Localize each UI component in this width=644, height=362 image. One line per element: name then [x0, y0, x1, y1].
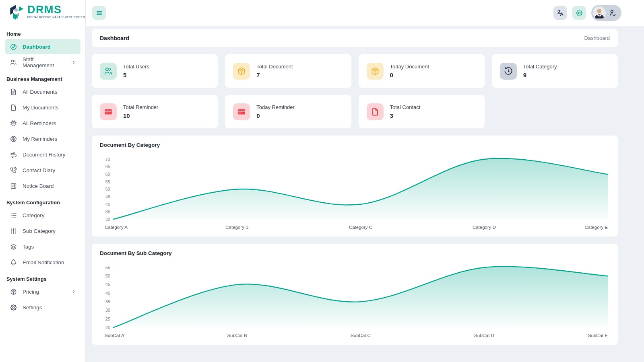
sidebar-item-all-documents[interactable]: All Documents [5, 84, 80, 99]
stat-label: Today Document [390, 64, 429, 70]
stat-label: Total Category [523, 64, 557, 70]
y-tick-label: 55 [105, 179, 110, 184]
y-tick-label: 50 [105, 274, 110, 278]
y-tick-label: 25 [105, 317, 110, 321]
avatar [593, 6, 606, 19]
package-icon [10, 288, 17, 296]
sidebar-item-label: Staff Management [23, 56, 66, 68]
translate-icon [557, 9, 564, 17]
menu-toggle-button[interactable] [92, 6, 106, 20]
x-axis-label: SubCat D [474, 333, 494, 338]
sidebar-item-dashboard[interactable]: Dashboard [5, 39, 80, 54]
sidebar-item-label: All Documents [23, 89, 57, 95]
sidebar-item-label: Settings [23, 304, 42, 311]
sidebar-item-email-notification[interactable]: Email Notification [5, 255, 80, 270]
nav-section-label: System Configuration [6, 200, 79, 206]
sidebar-item-label: Notice Board [23, 183, 54, 189]
sidebar-item-category[interactable]: Category [5, 208, 80, 223]
breadcrumb[interactable]: Dashboard [584, 35, 610, 41]
sliders-icon [10, 227, 17, 235]
chevron-right-icon [71, 289, 76, 294]
stat-value: 3 [390, 112, 421, 119]
stat-icon-tile [233, 63, 250, 80]
x-axis-label: SubCat B [227, 333, 247, 338]
logo-mark-icon [7, 4, 25, 23]
stats-grid: Total Users5Total Document7Today Documen… [92, 54, 618, 128]
sidebar-item-label: All Reminders [23, 120, 56, 126]
stat-card-total-document: Total Document7 [225, 54, 351, 88]
y-tick-label: 45 [105, 194, 110, 199]
stat-card-total-contact: Total Contact3 [359, 95, 485, 128]
sidebar-item-label: Document History [23, 152, 65, 158]
subcategory-area-chart: 5550454035302520SubCat ASubCat BSubCat C… [100, 259, 610, 341]
chevron-right-icon [71, 60, 76, 65]
sidebar-item-contact-diary[interactable]: Contact Diary [5, 162, 80, 178]
y-tick-label: 40 [105, 291, 110, 296]
chevron-right-icon [71, 289, 76, 294]
sidebar-item-tags[interactable]: Tags [5, 239, 80, 254]
stat-icon-tile [100, 63, 117, 80]
page-title: Dashboard [100, 35, 129, 41]
sidebar-item-sub-category[interactable]: Sub Category [5, 223, 80, 239]
sidebar-item-settings[interactable]: Settings [5, 300, 80, 315]
x-axis-label: Category B [225, 225, 249, 230]
x-axis-label: Category C [349, 225, 372, 230]
sidebar-item-label: Sub Category [23, 228, 56, 234]
sidebar-item-label: Contact Diary [23, 167, 55, 173]
app-logo[interactable]: DRMS DIGITAL RECORD MANAGEMENT SYSTEM [0, 0, 85, 25]
sidebar-item-document-history[interactable]: Document History [5, 147, 80, 162]
card-icon [237, 107, 246, 117]
sidebar-item-label: Pricing [23, 289, 39, 295]
stat-label: Today Reminder [256, 104, 295, 110]
stat-label: Total Reminder [123, 104, 158, 110]
translate-button[interactable] [553, 6, 567, 20]
sidebar-item-my-reminders[interactable]: My Reminders [5, 131, 80, 146]
sidebar-item-label: My Documents [23, 105, 58, 111]
area-fill [114, 158, 608, 219]
y-tick-label: 30 [105, 217, 110, 222]
list-icon [10, 212, 17, 219]
nav-section-label: System Settings [6, 276, 79, 282]
sidebar-nav: HomeDashboardStaff ManagementBusiness Ma… [0, 31, 85, 315]
page-header: Dashboard Dashboard [92, 29, 618, 47]
stat-icon-tile [100, 103, 117, 120]
notice-board-icon [10, 182, 17, 190]
y-tick-label: 70 [105, 157, 110, 162]
sidebar-item-my-documents[interactable]: My Documents [5, 100, 80, 115]
profile-menu[interactable] [591, 5, 621, 21]
stat-label: Total Users [123, 64, 149, 70]
settings-button[interactable] [572, 6, 586, 20]
stat-card-today-document: Today Document0 [359, 54, 485, 88]
main-content: Dashboard Dashboard Total Users5Total Do… [86, 26, 644, 362]
layers-icon [10, 243, 17, 251]
box-icon [237, 66, 246, 76]
sidebar-item-label: Tags [23, 244, 34, 250]
y-tick-label: 20 [105, 325, 110, 330]
users-icon [10, 59, 17, 66]
stat-label: Total Document [256, 64, 293, 70]
card-icon [103, 107, 113, 117]
stat-card-total-users: Total Users5 [92, 54, 218, 88]
y-tick-label: 50 [105, 187, 110, 191]
x-axis-label: SubCat C [351, 333, 371, 338]
sidebar-item-notice-board[interactable]: Notice Board [5, 178, 80, 193]
category-area-chart: 706560555045403530Category ACategory BCa… [100, 151, 610, 232]
stat-icon-tile [233, 103, 250, 120]
stat-icon-tile [500, 63, 517, 80]
sidebar-item-staff-management[interactable]: Staff Management [5, 55, 80, 70]
y-tick-label: 45 [105, 282, 110, 287]
y-tick-label: 35 [105, 299, 110, 304]
sidebar-item-all-reminders[interactable]: All Reminders [5, 115, 80, 131]
box-icon [370, 66, 380, 76]
sidebar-item-label: My Reminders [23, 136, 57, 142]
gear-icon [576, 9, 583, 17]
stat-value: 5 [123, 72, 149, 78]
sidebar-item-pricing[interactable]: Pricing [5, 284, 80, 299]
y-tick-label: 35 [105, 209, 110, 214]
stat-value: 7 [256, 72, 293, 78]
x-axis-label: Category D [473, 225, 496, 230]
gear-icon [10, 304, 17, 311]
y-tick-label: 40 [105, 202, 110, 207]
y-tick-label: 30 [105, 308, 110, 313]
sidebar-item-label: Category [23, 212, 44, 218]
